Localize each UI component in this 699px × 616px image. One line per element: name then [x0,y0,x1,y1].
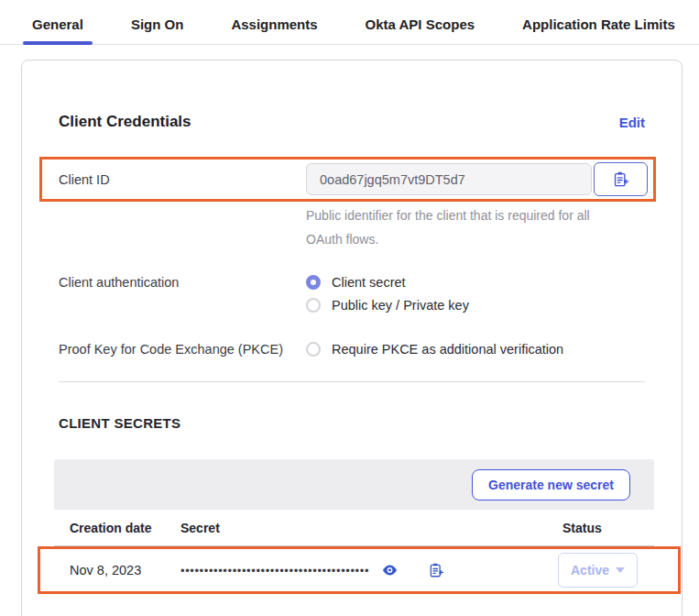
clipboard-copy-icon [612,170,629,188]
reveal-secret-button[interactable] [382,564,398,577]
table-header-row: Creation date Secret Status [54,510,654,546]
secret-row-highlight-box: Nov 8, 2023 ••••••••••••••••••••••••••••… [38,546,681,594]
chevron-down-icon [616,567,625,573]
radio-client-secret[interactable]: Client secret [306,275,469,290]
copy-client-id-button[interactable] [594,162,648,196]
client-authentication-row: Client authentication Client secret Publ… [59,275,645,313]
secrets-toolbar: Generate new secret [54,459,654,510]
header-creation-date: Creation date [70,521,180,535]
secret-creation-date: Nov 8, 2023 [70,563,180,578]
client-id-label: Client ID [59,172,306,187]
radio-public-private-key-label: Public key / Private key [332,298,469,313]
status-dropdown-button[interactable]: Active [558,553,638,588]
radio-public-private-key[interactable]: Public key / Private key [306,298,469,313]
pkce-label: Proof Key for Code Exchange (PKCE) [59,342,306,357]
client-secrets-table: Generate new secret Creation date Secret… [54,459,654,594]
generate-new-secret-button[interactable]: Generate new secret [472,469,630,500]
pkce-checkbox-option[interactable]: Require PKCE as additional verification [306,342,563,357]
client-id-helper-text: Public identifier for the client that is… [306,204,608,251]
tab-application-rate-limits[interactable]: Application Rate Limits [513,16,684,44]
clipboard-copy-icon [428,562,444,578]
tab-assignments[interactable]: Assignments [222,16,326,44]
pkce-row: Proof Key for Code Exchange (PKCE) Requi… [59,342,645,357]
client-authentication-label: Client authentication [59,275,306,313]
edit-link[interactable]: Edit [619,115,645,130]
eye-icon [382,564,398,577]
client-credentials-title: Client Credentials [59,113,191,131]
secret-cell: •••••••••••••••••••••••••••••••••••••••• [180,562,558,578]
client-secrets-title: CLIENT SECRETS [59,415,645,431]
radio-client-secret-label: Client secret [332,275,406,290]
status-label: Active [571,563,609,578]
copy-secret-button[interactable] [428,562,444,578]
radio-unselected-icon[interactable] [306,298,321,313]
header-secret: Secret [180,521,562,535]
tab-okta-api-scopes[interactable]: Okta API Scopes [356,16,485,44]
radio-selected-icon[interactable] [306,275,321,290]
general-settings-card: Client Credentials Edit Client ID Public… [21,60,683,616]
checkbox-unchecked-icon[interactable] [306,342,321,357]
pkce-option-label: Require PKCE as additional verification [332,342,563,357]
masked-secret-value: •••••••••••••••••••••••••••••••••••••••• [180,564,369,578]
tab-sign-on[interactable]: Sign On [122,16,193,44]
client-id-highlight-box: Client ID [39,157,656,202]
tab-general[interactable]: General [23,16,93,44]
header-status: Status [562,521,654,535]
section-divider [59,381,645,382]
tab-bar: General Sign On Assignments Okta API Sco… [0,0,699,45]
client-credentials-header: Client Credentials Edit [59,113,645,131]
client-id-input-group [306,162,648,196]
client-id-input[interactable] [306,163,592,195]
